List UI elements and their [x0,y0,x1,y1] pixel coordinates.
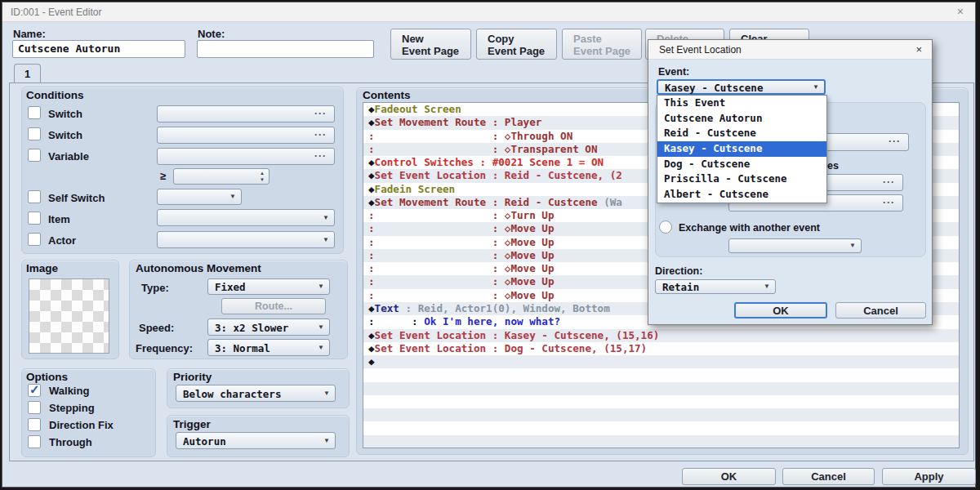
variable-value-spinner[interactable]: ▲▼ [173,168,270,185]
event-combo-value: Kasey - Cutscene [665,81,763,93]
chevron-down-icon: ▼ [323,214,329,221]
switch2-ellipsis-icon: ··· [314,128,327,140]
check-icon: ✓ [29,382,40,397]
chevron-down-icon: ▼ [229,193,236,200]
frequency-combo[interactable]: 3: Normal ▼ [207,339,330,356]
actor-combo[interactable]: ▼ [157,231,335,248]
event-command-row[interactable] [363,382,959,395]
exchange-radio[interactable] [659,220,672,234]
direction-combo[interactable]: Retain ▼ [655,279,776,294]
event-option[interactable]: Albert - Cutscene [657,187,826,203]
self-switch-combo[interactable]: ▼ [157,189,242,205]
dialog-close-icon[interactable]: × [915,43,922,56]
priority-title: Priority [173,371,212,383]
event-command-row[interactable] [363,408,959,421]
ellipsis-icon: ··· [883,176,895,187]
dialog-titlebar: Set Event Location × [648,40,932,60]
event-combo[interactable]: Kasey - Cutscene ▼ [657,79,826,95]
switch2-checkbox[interactable] [28,127,41,140]
event-option[interactable]: Reid - Custcene [657,126,826,141]
direction-fix-checkbox[interactable] [28,418,41,431]
variable-field[interactable]: ··· [157,148,335,165]
walking-checkbox[interactable]: ✓ [28,384,41,397]
trigger-title: Trigger [173,418,211,430]
conditions-title: Conditions [26,89,84,101]
exchange-label: Exchange with another event [679,222,820,234]
direction-combo-value: Retain [662,281,699,293]
screen: ID:001 - Event Editor × Name: Cutscene A… [0,0,980,490]
stepping-checkbox[interactable] [28,401,41,414]
designation-with-variables-label: es [827,160,839,172]
dialog-title: Set Event Location [659,44,742,56]
switch1-field[interactable]: ··· [157,105,335,122]
paste-event-page-button[interactable]: Paste Event Page [562,29,642,60]
event-command-row[interactable]: ◆Set Event Location : Dog - Cutscene, (1… [363,342,959,355]
apply-button[interactable]: Apply [882,468,976,485]
spinner-arrows-icon[interactable]: ▲▼ [260,170,265,183]
chevron-down-icon: ▼ [318,283,324,290]
item-label: Item [48,213,70,225]
window-titlebar: ID:001 - Event Editor × [2,2,975,22]
chevron-down-icon: ▼ [323,236,329,243]
event-command-row[interactable] [363,395,959,408]
self-switch-label: Self Switch [48,192,105,204]
name-value: Cutscene Autorun [18,42,120,55]
note-label: Note: [198,28,225,40]
new-event-page-button[interactable]: New Event Page [390,29,471,60]
speed-combo[interactable]: 3: x2 Slower ▼ [207,318,330,336]
tab-page-1[interactable]: 1 [14,64,41,83]
event-command-row[interactable] [363,368,959,381]
window-close-icon[interactable]: × [957,5,964,18]
movement-type-combo[interactable]: Fixed ▼ [207,278,330,295]
copy-event-page-button[interactable]: Copy Event Page [476,29,557,60]
window-title: ID:001 - Event Editor [11,7,101,18]
ok-button[interactable]: OK [682,468,776,485]
switch1-ellipsis-icon: ··· [314,107,327,118]
event-option[interactable]: Cutscene Autorun [657,111,826,127]
through-label: Through [49,436,92,448]
chevron-down-icon: ▼ [764,283,770,290]
set-event-location-dialog: Set Event Location × Event: ··· es ··· ·… [648,39,933,325]
type-label: Type: [141,282,169,294]
actor-checkbox[interactable] [28,233,41,246]
route-button[interactable]: Route... [221,298,326,314]
speed-label: Speed: [139,322,174,334]
event-option[interactable]: Priscilla - Cutscene [657,172,826,187]
event-command-row[interactable]: ◆Set Event Location : Kasey - Cutscene, … [363,329,959,342]
event-option[interactable]: This Event [657,96,826,111]
dialog-cancel-button[interactable]: Cancel [835,302,926,318]
direction-fix-label: Direction Fix [49,419,114,431]
trigger-combo[interactable]: Autorun ▼ [176,432,336,449]
switch1-checkbox[interactable] [28,106,41,119]
variable-checkbox[interactable] [28,149,41,162]
direction-label: Direction: [655,265,702,277]
cancel-button[interactable]: Cancel [782,468,875,485]
dialog-ok-button[interactable]: OK [734,302,827,318]
event-image-box[interactable] [29,278,109,354]
chevron-down-icon: ▼ [323,390,330,397]
note-input[interactable] [197,40,374,58]
switch2-field[interactable]: ··· [157,127,335,144]
item-checkbox[interactable] [28,212,41,225]
through-checkbox[interactable] [28,435,41,448]
event-command-row[interactable] [363,435,959,448]
name-label: Name: [13,28,46,40]
event-command-row[interactable]: ◆ [363,355,959,368]
self-switch-checkbox[interactable] [28,190,41,203]
priority-combo[interactable]: Below characters ▼ [176,385,336,402]
event-option[interactable]: Dog - Cutscene [657,157,826,172]
item-combo[interactable]: ▼ [157,209,335,226]
options-title: Options [26,371,68,383]
chevron-down-icon: ▼ [318,344,324,351]
switch2-label: Switch [48,129,82,141]
event-dropdown-list[interactable]: This EventCutscene AutorunReid - Custcen… [657,95,827,203]
variable-label: Variable [48,150,89,163]
event-option[interactable]: Kasey - Cutscene [657,141,826,157]
event-command-row[interactable] [363,421,959,434]
exchange-event-combo[interactable]: ▼ [728,238,862,253]
frequency-label: Frequency: [136,342,193,354]
chevron-down-icon: ▼ [849,242,856,249]
chevron-down-icon: ▼ [813,83,819,91]
variable-ellipsis-icon: ··· [314,149,327,161]
name-input[interactable]: Cutscene Autorun [12,40,185,58]
